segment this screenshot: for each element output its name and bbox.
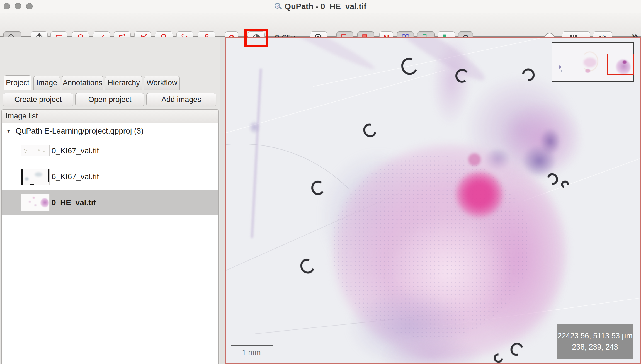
tab-image[interactable]: Image	[33, 76, 60, 90]
cursor-position-um: 22423.56, 5113.53 µm	[557, 331, 633, 341]
title-bar: QuPath - 0_HE_val.tif	[0, 0, 641, 13]
list-item-0-ki67[interactable]: 0_KI67_val.tif	[2, 138, 218, 164]
ink-mark	[560, 179, 570, 190]
tab-annotations[interactable]: Annotations	[62, 76, 103, 90]
ink-mark	[492, 352, 505, 364]
project-tree-root[interactable]: ▾ QuPath E-Learning/project.qpproj (3)	[2, 125, 218, 137]
scale-bar-label: 1 mm	[242, 348, 261, 357]
panel-splitter[interactable]	[220, 37, 225, 364]
add-images-button[interactable]: Add images	[146, 93, 216, 106]
open-project-button[interactable]: Open project	[75, 93, 144, 106]
ink-mark	[361, 121, 379, 140]
tissue-magenta-focus	[455, 171, 503, 218]
image-list-header: Image list	[1, 109, 219, 123]
qupath-logo-icon	[275, 3, 282, 10]
create-project-button[interactable]: Create project	[3, 93, 73, 106]
scale-bar	[231, 345, 273, 346]
cursor-location-overlay: 22423.56, 5113.53 µm 238, 239, 243	[557, 324, 633, 359]
window-title: QuPath - 0_HE_val.tif	[285, 2, 366, 11]
overview-tissue-speck	[559, 65, 561, 69]
tissue-purple-patch	[540, 128, 561, 155]
toolbar: S 0.65x N	[0, 13, 641, 37]
tissue-left-blob	[249, 121, 260, 134]
tab-project[interactable]: Project	[4, 75, 31, 90]
tab-hierarchy[interactable]: Hierarchy	[105, 76, 142, 90]
list-item-6-ki67[interactable]: 6_KI67_val.tif	[2, 164, 218, 190]
overview-tissue-wisp	[581, 52, 598, 71]
thumbnail-0-ki67	[21, 145, 50, 156]
slide-overview-map[interactable]	[552, 42, 634, 82]
tree-expand-icon[interactable]: ▾	[7, 128, 16, 134]
overview-viewport-rect[interactable]	[607, 54, 634, 75]
ink-mark	[399, 55, 420, 77]
slide-viewer[interactable]: 1 mm 22423.56, 5113.53 µm 238, 239, 243	[225, 37, 641, 364]
tissue-magenta-spot	[468, 153, 481, 166]
tutorial-highlight-box	[244, 29, 268, 47]
thumbnail-6-ki67	[21, 169, 50, 185]
project-root-label: QuPath E-Learning/project.qpproj (3)	[16, 127, 144, 135]
list-item-0-he[interactable]: 0_HE_val.tif	[2, 190, 218, 215]
project-image-list: ▾ QuPath E-Learning/project.qpproj (3) 0…	[1, 123, 219, 364]
tab-workflow[interactable]: Workflow	[144, 76, 180, 90]
cursor-pixel-rgb: 238, 239, 243	[557, 342, 633, 352]
left-panel: Project Image Annotations Hierarchy Work…	[0, 37, 220, 364]
overview-tissue-speck	[561, 70, 562, 72]
thumbnail-0-he	[21, 194, 50, 211]
